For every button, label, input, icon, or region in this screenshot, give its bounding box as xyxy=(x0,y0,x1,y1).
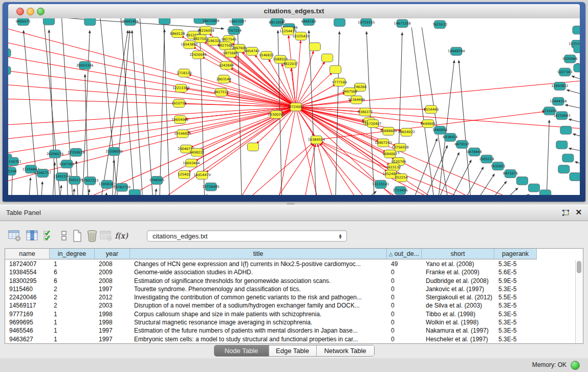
table-cell-name[interactable]: 18300295 xyxy=(5,277,50,285)
table-row[interactable]: 1938455462009Genome-wide association stu… xyxy=(5,268,576,276)
table-cell-out_de[interactable]: 0 xyxy=(387,310,422,318)
column-header-short[interactable]: short xyxy=(422,249,494,259)
table-cell-year[interactable]: 2009 xyxy=(95,268,130,276)
table-cell-pagerank[interactable]: 5.3E-5 xyxy=(494,285,537,293)
table-cell-out_de[interactable]: 0 xyxy=(387,268,422,276)
table-cell-name[interactable]: 9115460 xyxy=(5,285,50,293)
network-node[interactable] xyxy=(573,26,580,34)
network-node[interactable] xyxy=(129,189,140,195)
table-cell-title[interactable]: Corpus callosum shape and size in male p… xyxy=(130,310,387,318)
network-node[interactable] xyxy=(540,190,551,195)
table-cell-out_de[interactable]: 49 xyxy=(387,260,422,268)
table-cell-out_de[interactable]: 0 xyxy=(387,318,422,326)
select-attributes-icon[interactable] xyxy=(41,229,56,243)
tab-network-table[interactable]: Network Table xyxy=(317,345,374,356)
table-cell-pagerank[interactable]: 5.3E-5 xyxy=(494,301,537,310)
table-cell-short[interactable]: Dudbridge et al. (2008) xyxy=(422,277,494,285)
table-cell-title[interactable]: Genome-wide association studies in ADHD. xyxy=(130,268,387,276)
table-cell-name[interactable]: 9777169 xyxy=(5,310,50,318)
table-cell-name[interactable]: 22420046 xyxy=(5,293,50,301)
show-columns-icon[interactable] xyxy=(25,229,40,243)
column-header-in_degree[interactable]: in_degree xyxy=(50,249,95,259)
table-cell-year[interactable]: 1997 xyxy=(95,335,130,343)
new-column-icon[interactable] xyxy=(70,229,85,243)
table-cell-in_degree[interactable]: 2 xyxy=(50,285,95,293)
column-header-pagerank[interactable]: pagerank xyxy=(494,249,537,259)
column-header-name[interactable]: name xyxy=(5,249,50,259)
network-window-titlebar[interactable]: citations_edges.txt xyxy=(8,4,580,19)
table-cell-short[interactable]: Yano et al. (2008) xyxy=(422,260,494,268)
table-cell-out_de[interactable]: 0 xyxy=(387,277,422,285)
table-row[interactable]: 946554611997Estimation of the future num… xyxy=(5,326,576,335)
table-cell-pagerank[interactable]: 5.6E-5 xyxy=(494,268,537,276)
import-table-icon[interactable] xyxy=(99,229,114,243)
table-row[interactable]: 2242004622012Investigating the contribut… xyxy=(5,293,576,301)
table-cell-name[interactable]: 18724007 xyxy=(5,260,50,268)
network-node[interactable] xyxy=(248,143,259,151)
table-cell-title[interactable]: Embryonic stem cells: a model to study s… xyxy=(130,335,387,343)
column-header-year[interactable]: year xyxy=(95,249,130,259)
function-builder-icon[interactable]: f(x) xyxy=(114,229,129,243)
table-row[interactable]: 1456911722003Disruption of a novel membe… xyxy=(5,301,576,310)
table-cell-year[interactable]: 2012 xyxy=(95,293,130,301)
table-cell-in_degree[interactable]: 2 xyxy=(50,301,95,310)
network-node[interactable] xyxy=(560,126,572,135)
table-cell-in_degree[interactable]: 1 xyxy=(50,335,95,343)
tab-node-table[interactable]: Node Table xyxy=(214,345,269,356)
table-header-row[interactable]: namein_degreeyeartitle△out_de...shortpag… xyxy=(5,249,537,260)
table-cell-in_degree[interactable]: 1 xyxy=(50,310,95,318)
network-node[interactable] xyxy=(321,54,333,62)
table-cell-short[interactable]: Hescheler et al. (1997) xyxy=(422,335,494,343)
network-canvas[interactable]: 9405572206914061603380910653287152760264… xyxy=(8,18,580,195)
table-cell-short[interactable]: de Silva et al. (2003) xyxy=(422,301,494,310)
table-cell-pagerank[interactable]: 5.9E-5 xyxy=(494,277,537,285)
table-cell-title[interactable]: Structural magnetic resonance image aver… xyxy=(130,318,387,326)
network-node[interactable] xyxy=(334,18,345,27)
table-cell-name[interactable]: 9699695 xyxy=(5,318,50,326)
table-cell-year[interactable]: 1998 xyxy=(95,318,130,326)
table-selector-dropdown[interactable]: citations_edges.txt ▲▼ xyxy=(147,230,347,242)
float-panel-icon[interactable] xyxy=(562,209,570,217)
table-cell-year[interactable]: 1998 xyxy=(95,310,130,318)
table-cell-title[interactable]: Estimation of significance thresholds fo… xyxy=(130,277,387,285)
table-cell-title[interactable]: Investigating the contribution of common… xyxy=(130,293,387,301)
table-row[interactable]: 977716911998Corpus callosum shape and si… xyxy=(5,310,576,318)
table-cell-year[interactable]: 2008 xyxy=(95,277,130,285)
table-cell-name[interactable]: 9463627 xyxy=(5,335,50,343)
network-canvas-container[interactable]: 9405572206914061603380910653287152760264… xyxy=(8,18,580,195)
tab-edge-table[interactable]: Edge Table xyxy=(269,345,317,356)
network-node[interactable] xyxy=(570,173,580,181)
network-node[interactable] xyxy=(516,177,528,185)
table-cell-name[interactable]: 14569117 xyxy=(5,301,50,310)
close-panel-icon[interactable]: ✕ xyxy=(575,208,582,217)
table-row[interactable]: 1830029562008Estimation of significance … xyxy=(5,277,576,285)
table-cell-out_de[interactable]: 0 xyxy=(387,326,422,335)
table-cell-title[interactable]: Disruption of a novel member of a sodium… xyxy=(130,301,387,310)
table-cell-in_degree[interactable]: 6 xyxy=(50,277,95,285)
table-cell-pagerank[interactable]: 5.3E-5 xyxy=(494,335,537,343)
network-node[interactable] xyxy=(556,141,568,149)
table-body[interactable]: 1872400712008Changes of HCN gene express… xyxy=(5,260,576,343)
delete-column-icon[interactable] xyxy=(84,229,100,243)
table-cell-pagerank[interactable]: 5.3E-5 xyxy=(494,318,537,326)
network-node[interactable] xyxy=(558,165,570,173)
table-cell-short[interactable]: Nakamura et al. (1997) xyxy=(422,326,494,335)
network-node[interactable] xyxy=(574,64,580,72)
table-cell-out_de[interactable]: 0 xyxy=(387,301,422,310)
network-node[interactable] xyxy=(159,18,170,25)
network-node[interactable] xyxy=(43,18,54,25)
table-cell-pagerank[interactable]: 5.3E-5 xyxy=(494,310,537,318)
table-cell-title[interactable]: Estimation of the future numbers of pati… xyxy=(130,326,387,335)
table-cell-pagerank[interactable]: 5.5E-5 xyxy=(494,293,537,301)
table-row[interactable]: 969969511998Structural magnetic resonanc… xyxy=(5,318,576,326)
network-node[interactable] xyxy=(330,65,341,74)
table-cell-pagerank[interactable]: 5.3E-5 xyxy=(494,326,537,335)
table-cell-short[interactable]: Wolkin et al. (1998) xyxy=(422,318,494,326)
table-cell-year[interactable]: 1997 xyxy=(95,326,130,335)
network-node[interactable] xyxy=(528,184,539,192)
table-cell-title[interactable]: Tourette syndrome. Phenomenology and cla… xyxy=(130,285,387,293)
table-cell-out_de[interactable]: 0 xyxy=(387,285,422,293)
table-cell-year[interactable]: 2008 xyxy=(95,260,130,268)
column-header-out_de[interactable]: △out_de... xyxy=(387,249,422,259)
network-node[interactable] xyxy=(8,49,11,57)
